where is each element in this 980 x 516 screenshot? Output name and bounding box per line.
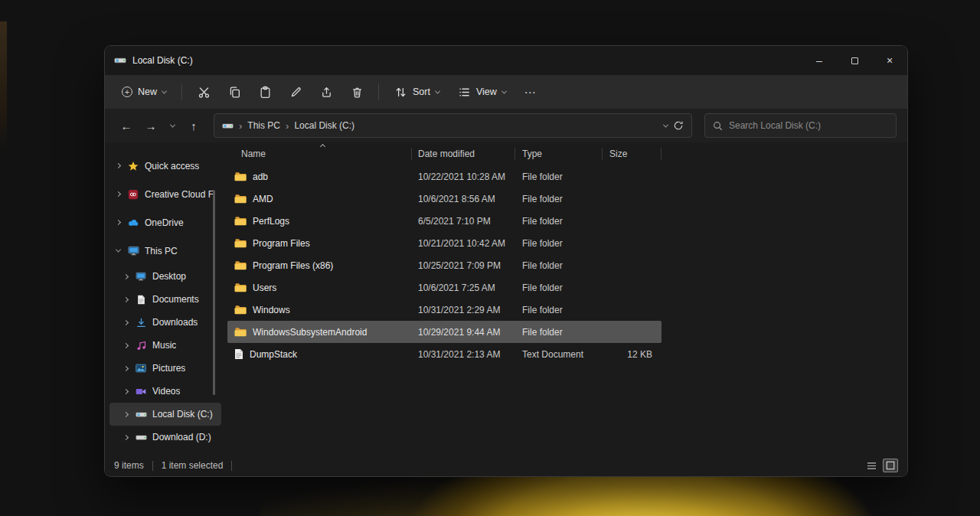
large-icons-view-icon (886, 461, 895, 470)
column-label: Date modified (418, 149, 475, 159)
file-row[interactable]: Program Files 10/21/2021 10:42 AM File f… (227, 232, 662, 254)
view-button[interactable]: View (450, 80, 514, 104)
sidebar-scrollbar[interactable] (213, 190, 215, 395)
sort-button[interactable]: Sort (387, 80, 447, 104)
sidebar-item-this-pc[interactable]: This PC (109, 237, 221, 265)
sidebar-item-label: Local Disk (C:) (152, 409, 213, 420)
chevron-right-icon[interactable] (114, 192, 122, 196)
music-icon (135, 339, 147, 351)
column-headers: Name Date modified Type Size (227, 142, 907, 165)
file-name: Windows (253, 305, 290, 315)
file-date: 10/31/2021 2:13 AM (411, 349, 514, 360)
copy-button[interactable] (220, 80, 248, 104)
sidebar-item-onedrive[interactable]: OneDrive (109, 208, 221, 237)
toolbar-divider (181, 83, 182, 100)
sidebar-item-quick-access[interactable]: Quick access (109, 152, 221, 180)
sidebar-item-local-disk-c[interactable]: Local Disk (C:) (109, 403, 221, 426)
up-button[interactable]: ↑ (183, 114, 204, 137)
sidebar-item-label: Music (152, 340, 176, 351)
breadcrumb-separator: › (286, 120, 289, 132)
share-button[interactable] (312, 80, 340, 104)
cut-button[interactable] (190, 80, 217, 104)
sidebar-item-creative-cloud[interactable]: Creative Cloud F (109, 180, 221, 208)
rename-button[interactable] (282, 80, 309, 104)
sidebar-item-downloads[interactable]: Downloads (109, 311, 221, 334)
sidebar-item-videos[interactable]: Videos (109, 380, 221, 403)
file-row-selected[interactable]: WindowsSubsystemAndroid 10/29/2021 9:44 … (227, 321, 662, 343)
breadcrumb-this-pc[interactable]: This PC (247, 120, 280, 131)
share-icon (320, 86, 333, 99)
search-icon (713, 121, 723, 131)
sidebar-item-music[interactable]: Music (109, 334, 221, 357)
large-icons-view-toggle[interactable] (883, 459, 898, 472)
chevron-right-icon[interactable] (122, 367, 129, 371)
view-icon (458, 86, 471, 99)
file-name: adb (253, 171, 268, 182)
breadcrumb-local-disk-c[interactable]: Local Disk (C:) (294, 120, 354, 131)
desktop-monitor-icon (135, 270, 147, 282)
file-row[interactable]: PerfLogs 6/5/2021 7:10 PM File folder (227, 210, 662, 232)
file-name: Program Files (253, 238, 310, 249)
chevron-right-icon[interactable] (122, 390, 129, 394)
file-row[interactable]: Program Files (x86) 10/25/2021 7:09 PM F… (227, 254, 662, 276)
chevron-right-icon[interactable] (114, 220, 122, 224)
new-button[interactable]: + New (114, 80, 174, 104)
sidebar-item-desktop[interactable]: Desktop (109, 265, 221, 288)
delete-button[interactable] (343, 80, 371, 104)
new-button-label: New (138, 87, 157, 97)
details-view-toggle[interactable] (864, 459, 879, 472)
file-type: File folder (514, 194, 602, 204)
forward-button[interactable]: → (140, 114, 162, 137)
file-row[interactable]: Windows 10/31/2021 2:29 AM File folder (227, 299, 662, 321)
sidebar-item-download-d[interactable]: Download (D:) (109, 426, 221, 449)
drive-icon (135, 431, 147, 443)
address-dropdown-icon[interactable] (663, 122, 668, 127)
paste-button[interactable] (251, 80, 279, 104)
chevron-down-icon[interactable] (114, 249, 122, 253)
title-bar[interactable]: Local Disk (C:) – × (105, 46, 907, 75)
column-header-date-modified[interactable]: Date modified (411, 142, 514, 165)
folder-icon (234, 216, 247, 226)
downloads-icon (135, 316, 147, 328)
refresh-icon[interactable] (673, 120, 684, 131)
file-name: PerfLogs (253, 216, 289, 227)
maximize-button[interactable] (837, 46, 872, 75)
explorer-content: Quick access Creative Cloud F OneDrive T… (105, 142, 907, 455)
chevron-right-icon[interactable] (122, 298, 129, 302)
cut-icon (198, 86, 211, 99)
sidebar-item-documents[interactable]: Documents (109, 288, 221, 311)
chevron-right-icon[interactable] (122, 413, 129, 416)
recent-locations-button[interactable] (165, 114, 180, 137)
column-header-name[interactable]: Name (227, 142, 411, 165)
address-bar[interactable]: › This PC › Local Disk (C:) (214, 113, 692, 138)
file-row[interactable]: adb 10/22/2021 10:28 AM File folder (227, 165, 662, 188)
folder-icon (234, 305, 247, 315)
chevron-right-icon[interactable] (122, 436, 129, 439)
sidebar-item-pictures[interactable]: Pictures (109, 357, 221, 380)
file-row[interactable]: DumpStack 10/31/2021 2:13 AM Text Docume… (227, 343, 662, 365)
search-input[interactable] (729, 120, 888, 131)
chevron-right-icon[interactable] (122, 321, 129, 325)
column-label: Name (241, 149, 266, 159)
onedrive-cloud-icon (127, 217, 139, 229)
file-row[interactable]: AMD 10/6/2021 8:56 AM File folder (227, 188, 662, 210)
chevron-right-icon[interactable] (122, 275, 129, 279)
close-button[interactable]: × (872, 46, 907, 75)
column-header-type[interactable]: Type (514, 142, 602, 165)
back-button[interactable]: ← (116, 114, 137, 137)
details-view-icon (867, 462, 877, 470)
chevron-right-icon[interactable] (122, 344, 129, 348)
minimize-button[interactable]: – (802, 46, 837, 75)
sidebar-item-label: Videos (152, 386, 180, 397)
chevron-right-icon[interactable] (114, 164, 122, 168)
toolbar-divider (378, 83, 379, 100)
file-type: File folder (514, 238, 602, 249)
folder-icon (234, 238, 247, 248)
chevron-down-icon (162, 88, 167, 93)
search-box[interactable] (704, 113, 897, 138)
breadcrumb-separator: › (239, 120, 242, 132)
file-row[interactable]: Users 10/6/2021 7:25 AM File folder (227, 276, 662, 299)
folder-icon (234, 171, 247, 181)
see-more-button[interactable]: … (517, 80, 544, 104)
column-header-size[interactable]: Size (602, 142, 662, 165)
